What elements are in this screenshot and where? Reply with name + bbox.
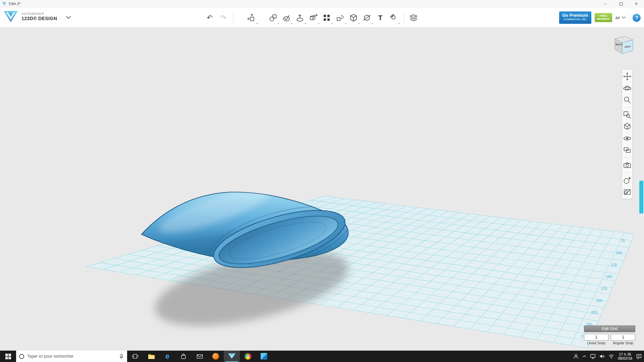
taskbar-search[interactable] — [16, 351, 127, 362]
close-button[interactable]: ✕ — [629, 0, 644, 7]
people-button[interactable] — [573, 354, 579, 359]
app-menu[interactable]: AUTODESK® 123D® DESIGN — [3, 10, 71, 23]
undo-button[interactable]: ↶ — [203, 10, 216, 25]
action-center-button[interactable] — [636, 354, 642, 359]
taskbar-app-orange[interactable] — [208, 351, 224, 362]
edit-grid-button[interactable]: Edit Grid — [584, 325, 635, 332]
go-premium-button[interactable]: Go Premium (COMMERCIAL USE) — [559, 11, 591, 24]
construct-button[interactable]: ▾ — [293, 10, 307, 25]
chrome-icon — [245, 353, 251, 360]
maximize-button[interactable] — [613, 0, 629, 7]
modify-button[interactable]: ▾ — [307, 10, 320, 25]
dropdown-caret-icon[interactable]: ▾ — [372, 22, 373, 25]
redo-button[interactable]: ↷ — [216, 10, 230, 25]
start-button[interactable] — [0, 351, 16, 362]
dropdown-caret-icon[interactable]: ▾ — [256, 22, 258, 25]
taskbar-app-store[interactable] — [175, 351, 192, 362]
navigation-toolbar — [622, 69, 633, 199]
help-icon: ? — [635, 15, 638, 20]
minimize-button[interactable]: ─ — [598, 0, 613, 7]
pattern-button[interactable]: ▾ — [320, 10, 333, 25]
display-settings-button[interactable] — [623, 188, 632, 196]
search-input[interactable] — [27, 354, 116, 359]
viewport-3d[interactable]: 75100125150175200225250275 — [0, 28, 644, 351]
eye-icon — [623, 134, 632, 143]
right-edge-handle[interactable] — [639, 181, 643, 214]
account-menu[interactable]: an — [615, 15, 626, 20]
taskbar-clock[interactable]: 17 h 35 08/02/18 — [618, 352, 632, 360]
dropdown-caret-icon[interactable]: ▾ — [398, 22, 400, 25]
grid-axis-label: 125 — [611, 263, 617, 267]
array-icon — [336, 13, 344, 22]
commercial-use-label: (COMMERCIAL USE) — [559, 18, 591, 20]
linear-snap-label: Linear Snap — [584, 341, 608, 345]
text-button[interactable]: T — [374, 10, 387, 25]
combine-button[interactable]: ▾ — [347, 10, 360, 25]
dropdown-caret-icon[interactable]: ▾ — [331, 22, 333, 25]
taskbar-app-edge[interactable]: e — [159, 351, 175, 362]
screenshot-button[interactable] — [623, 161, 632, 170]
toolbar-separator — [233, 13, 233, 23]
brand-123d-design: 123D® DESIGN — [21, 16, 57, 21]
material-icon — [409, 13, 418, 22]
application-window: Clim 2* ─ ✕ AUTODESK® 123D® DESIGN ↶ ↷ ▾ — [0, 0, 644, 362]
taskbar-app-mail[interactable] — [192, 351, 208, 362]
account-chevron-icon — [622, 16, 626, 19]
dropdown-caret-icon[interactable]: ▾ — [318, 22, 319, 25]
zoom-window-icon — [623, 111, 632, 119]
titlebar: Clim 2* ─ ✕ — [0, 0, 644, 7]
material-button[interactable] — [407, 10, 420, 25]
store-icon — [180, 353, 186, 359]
material-view-button[interactable] — [623, 176, 632, 185]
taskbar-app-misc[interactable] — [256, 351, 272, 362]
visibility-button[interactable] — [623, 134, 632, 143]
task-view-button[interactable] — [127, 351, 143, 362]
taskbar-app-chrome[interactable] — [240, 351, 256, 362]
outline-button[interactable] — [623, 146, 632, 155]
membership-line2: MEMBER — [595, 17, 612, 20]
dropdown-caret-icon[interactable]: ▾ — [291, 22, 292, 25]
split-button[interactable]: ▾ — [360, 10, 374, 25]
dropdown-caret-icon[interactable]: ▾ — [345, 22, 346, 25]
clock-time: 17 h 35 — [618, 352, 632, 356]
dropdown-caret-icon[interactable]: ▾ — [358, 22, 360, 25]
transform-button[interactable]: ▾ — [245, 10, 258, 25]
pan-button[interactable] — [623, 72, 632, 81]
dropdown-caret-icon[interactable]: ▾ — [278, 22, 279, 25]
view-cube-back-label: BACK — [615, 43, 623, 46]
snap-button[interactable]: ▾ — [387, 10, 400, 25]
microphone-icon[interactable] — [119, 353, 124, 359]
help-button[interactable]: ? — [633, 14, 641, 22]
orbit-button[interactable] — [623, 84, 632, 93]
zoom-button[interactable] — [623, 96, 632, 104]
volume-button[interactable] — [599, 354, 605, 359]
tray-expand-button[interactable] — [583, 355, 586, 358]
angular-snap-input[interactable] — [611, 334, 635, 341]
dropdown-caret-icon[interactable]: ▾ — [305, 22, 306, 25]
text-icon: T — [378, 14, 383, 22]
construct-icon — [296, 13, 304, 22]
nav-separator — [624, 158, 631, 158]
chevron-up-icon — [583, 355, 586, 358]
modify-icon — [309, 13, 318, 22]
sketch-button[interactable]: ▾ — [280, 10, 293, 25]
nav-separator — [624, 173, 631, 173]
network-button[interactable] — [608, 354, 614, 359]
wireframe-icon — [623, 188, 632, 196]
menu-chevron-icon[interactable] — [66, 16, 71, 19]
array-button[interactable]: ▾ — [333, 10, 347, 25]
view-cube[interactable]: BACK LEFT — [610, 35, 635, 59]
primitives-button[interactable]: ▾ — [266, 10, 280, 25]
camera-icon — [623, 161, 632, 170]
zoom-window-button[interactable] — [623, 111, 632, 119]
taskbar-app-123d-active[interactable] — [224, 351, 240, 362]
system-tray: 17 h 35 08/02/18 — [573, 351, 644, 362]
misc-app-icon — [261, 353, 267, 360]
linear-snap-input[interactable] — [584, 334, 608, 341]
scene-canvas[interactable]: 75100125150175200225250275 — [0, 28, 644, 351]
display-tray-button[interactable] — [590, 354, 596, 359]
taskbar-app-explorer[interactable] — [143, 351, 159, 362]
pattern-icon — [322, 13, 331, 22]
views-button[interactable] — [623, 122, 632, 131]
account-area: Go Premium (COMMERCIAL USE) FREE MEMBER … — [559, 7, 641, 28]
